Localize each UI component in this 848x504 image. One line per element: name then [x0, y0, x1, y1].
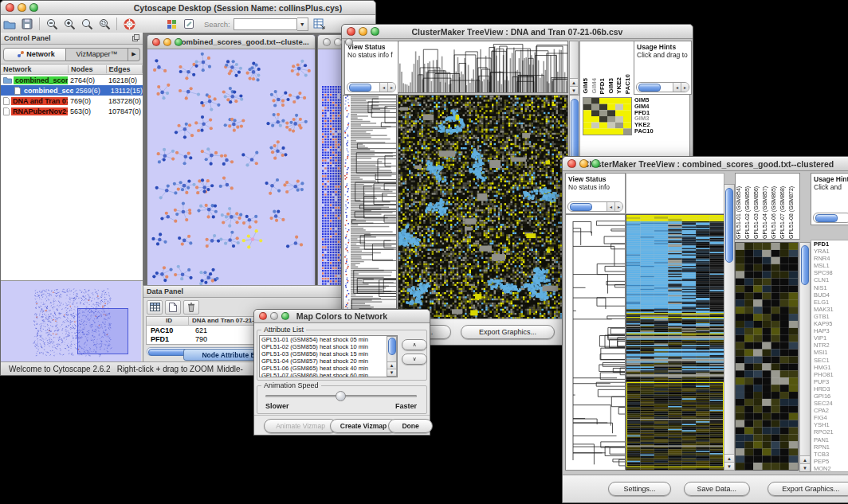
tv2-titlebar[interactable]: ClusterMaker TreeView : combined_scores_… [563, 157, 848, 171]
scroll-up-arrow[interactable]: ▲ [387, 361, 396, 369]
annotation-icon[interactable] [181, 17, 197, 31]
scroll-thumb[interactable] [801, 245, 809, 285]
search-dropdown-arrow[interactable]: ▼ [297, 18, 308, 31]
gene-label[interactable]: TCB3 [814, 451, 848, 458]
gene-label[interactable]: SEC24 [814, 400, 848, 407]
gene-label[interactable]: KAP95 [814, 320, 848, 327]
gene-label[interactable]: BUD4 [814, 291, 848, 299]
usage-hints-scrollbar[interactable] [813, 213, 848, 223]
zoom-in-icon[interactable] [61, 17, 77, 31]
scroll-down-arrow[interactable]: ▼ [570, 86, 578, 94]
gene-label[interactable]: RPN1 [814, 443, 848, 451]
scroll-left-arrow[interactable]: ◂ [673, 83, 681, 92]
birdseye-canvas[interactable] [1, 281, 141, 362]
network-row[interactable]: RNAPuberNov2+1563(0)107847(0) [1, 106, 143, 116]
scroll-up-arrow[interactable]: ▲ [724, 454, 734, 462]
gene-label[interactable]: MSL1 [814, 262, 848, 269]
minimize-button[interactable] [270, 312, 278, 320]
zoom-button[interactable] [345, 38, 353, 46]
zoom-button[interactable] [591, 159, 600, 168]
zoom-button[interactable] [175, 38, 183, 46]
speed-slider-thumb[interactable] [336, 391, 346, 401]
scroll-down-arrow[interactable]: ▼ [387, 369, 396, 376]
scroll-thumb[interactable] [725, 188, 733, 263]
gene-label[interactable]: SPC98 [814, 269, 848, 276]
row-dendrogram-canvas[interactable] [565, 214, 626, 471]
gene-label[interactable]: CPA2 [814, 407, 848, 414]
gene-label[interactable]: VIP1 [814, 334, 848, 342]
gene-label[interactable]: PUF3 [814, 378, 848, 385]
gene-label[interactable]: CLN1 [814, 276, 848, 283]
save-session-icon[interactable] [19, 17, 35, 31]
tab-vizmapper[interactable]: VizMapper™ [66, 48, 128, 61]
gene-label[interactable]: PAN1 [814, 436, 848, 443]
usage-hints-scrollbar[interactable]: ◂▸ [636, 82, 689, 92]
minimize-button[interactable] [334, 38, 342, 46]
scroll-thumb[interactable] [570, 203, 592, 211]
move-down-button[interactable]: ∨ [402, 354, 427, 365]
gene-label[interactable]: RPO21 [814, 428, 848, 436]
close-button[interactable] [6, 3, 14, 12]
attribute-item[interactable]: GPL51-01 (GSM854) heat shock 05 min [260, 336, 397, 343]
gene-label[interactable]: YSH1 [814, 421, 848, 428]
gene-label[interactable]: GPI16 [814, 393, 848, 400]
save-data-button[interactable]: Save Data... [684, 482, 750, 496]
gene-label[interactable]: MAK31 [814, 306, 848, 313]
gene-label[interactable]: HAP3 [814, 327, 848, 334]
tv2-heatmap-scrollbar[interactable]: ▲▼ [724, 184, 735, 471]
attribute-item[interactable]: GPL51-03 (GSM856) heat shock 15 min [260, 350, 397, 357]
gene-label[interactable]: RNR4 [814, 255, 848, 262]
attribute-item[interactable]: GPL51-02 (GSM855) heat shock 10 min [260, 343, 397, 350]
scroll-right-arrow[interactable]: ▸ [614, 202, 622, 211]
tv2-zoom-heatmap-canvas[interactable] [735, 242, 799, 471]
network-view-titlebar[interactable]: combined_scores_good.txt--cluste... [147, 35, 315, 49]
gene-label[interactable]: PEP5 [814, 458, 848, 465]
delete-attribute-icon[interactable] [183, 300, 199, 315]
open-session-icon[interactable] [2, 17, 18, 31]
attribute-item[interactable]: GPL51-04 (GSM857) heat shock 20 min [260, 357, 397, 365]
dialog-titlebar[interactable]: Map Colors to Network [254, 310, 430, 323]
select-attributes-icon[interactable] [147, 300, 163, 315]
scroll-left-arrow[interactable]: ◂ [607, 202, 614, 211]
gene-label[interactable]: PFD1 [814, 240, 848, 248]
gene-label[interactable]: HRD3 [814, 385, 848, 393]
network-row[interactable]: DNA and Tran 07769(0)183728(0) [1, 96, 143, 106]
minimize-button[interactable] [359, 27, 367, 36]
close-button[interactable] [347, 27, 355, 36]
tab-network[interactable]: Network [3, 48, 66, 61]
scroll-right-arrow[interactable]: ▸ [681, 83, 689, 92]
export-graphics-button[interactable]: Export Graphics... [461, 325, 555, 339]
vizmapper-shortcut-icon[interactable] [163, 17, 179, 31]
row-dendrogram-canvas[interactable] [343, 95, 397, 319]
gene-label[interactable]: MON2 [814, 465, 848, 472]
gene-label[interactable]: PHO81 [814, 371, 848, 378]
tv1-titlebar[interactable]: ClusterMaker TreeView : DNA and Tran 07-… [342, 25, 693, 39]
new-attribute-icon[interactable] [165, 300, 181, 315]
export-graphics-button[interactable]: Export Graphics... [768, 482, 848, 496]
attribute-item[interactable]: GPL51-06 (GSM865) heat shock 40 min [260, 365, 397, 372]
tv1-coldendro-scrollbar[interactable]: ▲▼ [569, 41, 579, 95]
row-label[interactable]: PAC10 [634, 128, 654, 135]
zoom-button[interactable] [29, 3, 38, 12]
zoom-button[interactable] [281, 312, 289, 320]
scroll-thumb[interactable] [388, 338, 396, 355]
close-button[interactable] [323, 38, 331, 46]
scroll-down-arrow[interactable]: ▼ [800, 463, 810, 471]
close-button[interactable] [567, 159, 576, 168]
zoom-out-icon[interactable] [44, 17, 60, 31]
gene-label[interactable]: ELG1 [814, 299, 848, 306]
close-button[interactable] [259, 312, 267, 320]
gene-label[interactable]: FIG4 [814, 414, 848, 421]
scroll-right-arrow[interactable]: ▸ [387, 83, 395, 92]
gene-label[interactable]: YRA1 [814, 248, 848, 255]
zoom-selected-icon[interactable] [79, 17, 95, 31]
import-table-icon[interactable] [312, 17, 328, 31]
search-input[interactable] [234, 18, 297, 30]
tv1-zoom-matrix-canvas[interactable] [583, 97, 632, 135]
network-graph-canvas[interactable] [147, 49, 313, 288]
tab-overflow-button[interactable]: ▶ [128, 48, 140, 61]
scroll-thumb[interactable] [638, 84, 661, 92]
move-up-button[interactable]: ∧ [402, 339, 427, 350]
zoom-button[interactable] [371, 27, 379, 36]
zoom-fit-icon[interactable] [96, 17, 112, 31]
